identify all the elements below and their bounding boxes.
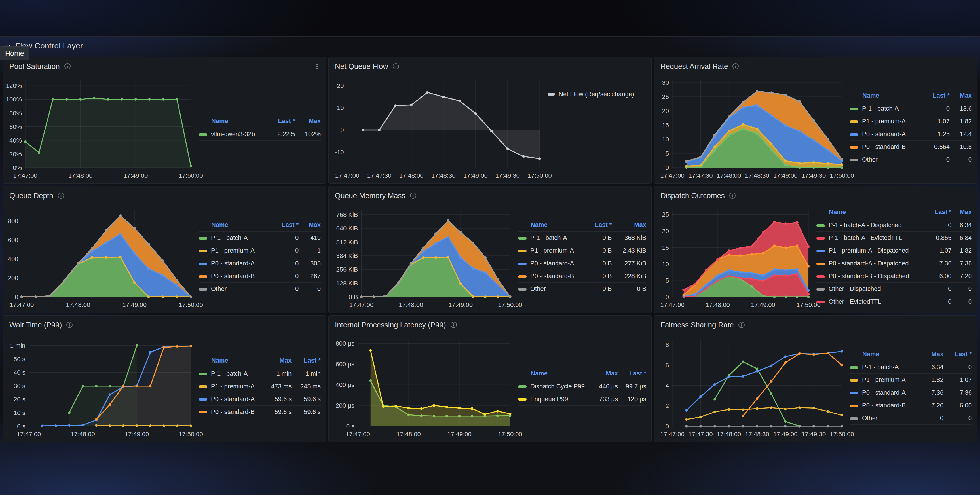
legend-col-max[interactable]: Max	[921, 349, 943, 361]
chart-queue-memory-mass[interactable]: 0 B128 KiB256 KiB384 KiB512 KiB640 KiB76…	[330, 205, 515, 310]
info-icon[interactable]	[66, 321, 73, 329]
panel-title[interactable]: Net Queue Flow	[335, 62, 388, 71]
info-icon[interactable]	[64, 63, 71, 70]
legend-col-last[interactable]: Last *	[921, 91, 950, 102]
info-icon[interactable]	[450, 321, 457, 329]
panel-title[interactable]: Pool Saturation	[10, 62, 60, 71]
legend-row[interactable]: Other - EvictedTTL00	[816, 295, 972, 308]
legend-col-name[interactable]: Name	[199, 116, 267, 128]
legend-col-name[interactable]: Name	[518, 369, 592, 380]
chart-queue-depth[interactable]: 020040060080017:47:0017:48:0017:49:0017:…	[5, 205, 196, 310]
legend-row[interactable]: P1 - premium-A1.821.07	[850, 374, 972, 387]
legend-col-name[interactable]: Name	[850, 91, 921, 102]
series-color-chip	[199, 385, 207, 388]
panel-title[interactable]: Queue Memory Mass	[335, 191, 406, 200]
panel-queue-depth: Queue Depth 020040060080017:47:0017:48:0…	[3, 186, 326, 313]
chart-dispatch-outcomes[interactable]: 051015202517:47:0017:48:0017:49:0017:50:…	[656, 205, 813, 310]
legend-row[interactable]: P0 - standard-A59.6 s59.6 s	[199, 393, 321, 406]
series-name: P0 - standard-B	[862, 143, 906, 150]
legend-row[interactable]: Other00	[850, 412, 972, 425]
legend-item[interactable]: Net Flow (Req/sec change)	[547, 91, 634, 98]
legend-row[interactable]: P-1 - batch-A - EvictedTTL0.8556.84	[816, 232, 972, 244]
legend-row[interactable]: P1 - premium-A01	[199, 244, 321, 257]
info-icon[interactable]	[57, 192, 65, 199]
panel-title[interactable]: Queue Depth	[10, 191, 53, 200]
chart-fairness-sharing-rate[interactable]: 0246817:47:0017:47:3017:48:0017:48:3017:…	[656, 334, 846, 440]
chart-request-arrival-rate[interactable]: 05101520253017:47:0017:47:3017:48:0017:4…	[656, 76, 846, 181]
info-icon[interactable]	[392, 63, 399, 70]
legend-col-max[interactable]: Max	[262, 356, 292, 368]
legend-row[interactable]: P0 - standard-B - Dispatched6.007.20	[816, 270, 972, 283]
panel-title[interactable]: Wait Time (P99)	[10, 321, 62, 329]
legend-row[interactable]: P-1 - batch-A0419	[199, 232, 321, 244]
legend-row[interactable]: P-1 - batch-A1 min1 min	[199, 367, 321, 380]
legend-col-name[interactable]: Name	[199, 356, 262, 368]
svg-text:128 KiB: 128 KiB	[336, 280, 358, 287]
chart-net-queue-flow[interactable]: -100102017:47:0017:47:3017:48:0017:48:30…	[330, 76, 544, 181]
legend-net-queue-flow: Net Flow (Req/sec change)	[544, 76, 648, 181]
legend-row[interactable]: P-1 - batch-A6.340	[850, 361, 972, 374]
series-color-chip	[850, 404, 858, 407]
legend-row[interactable]: Dispatch Cycle P99440 µs99.7 µs	[518, 380, 646, 393]
legend-row[interactable]: P0 - standard-A0305	[199, 257, 321, 270]
info-icon[interactable]	[729, 192, 736, 199]
legend-row[interactable]: P-1 - batch-A0 B368 KiB	[518, 232, 646, 244]
series-value: 1.07	[921, 115, 950, 128]
legend-row[interactable]: P-1 - batch-A - Dispatched06.34	[816, 219, 972, 232]
chart-pool-saturation[interactable]: 0%20%40%60%80%100%120%17:47:0017:48:0017…	[5, 76, 196, 181]
legend-row[interactable]: P0 - standard-B0 B228 KiB	[518, 270, 646, 283]
panel-title[interactable]: Fairness Sharing Rate	[660, 321, 734, 329]
legend-row[interactable]: P1 - premium-A0 B2.43 KiB	[518, 244, 646, 257]
series-color-chip	[199, 133, 207, 136]
legend-col-last[interactable]: Last *	[926, 207, 951, 219]
legend-col-name[interactable]: Name	[518, 220, 585, 232]
legend-row[interactable]: P0 - standard-A0 B277 KiB	[518, 257, 646, 270]
legend-col-max[interactable]: Max	[295, 116, 321, 128]
legend-col-last[interactable]: Last *	[585, 220, 612, 232]
legend-row[interactable]: P0 - standard-B0267	[199, 270, 321, 283]
legend-col-last[interactable]: Last *	[270, 220, 299, 232]
legend-col-max[interactable]: Max	[950, 91, 972, 102]
legend-col-max[interactable]: Max	[592, 369, 618, 380]
legend-col-max[interactable]: Max	[299, 220, 321, 232]
legend-col-last[interactable]: Last *	[618, 369, 646, 380]
legend-row[interactable]: vllm-qwen3-32b2.22%102%	[199, 128, 321, 141]
legend-row[interactable]: P1 - premium-A - Dispatched1.071.82	[816, 244, 972, 257]
legend-col-max[interactable]: Max	[612, 220, 646, 232]
legend-row[interactable]: P0 - standard-B7.206.00	[850, 399, 972, 412]
legend-row[interactable]: P0 - standard-A - Dispatched7.367.36	[816, 257, 972, 270]
legend-row[interactable]: Other0 B0 B	[518, 283, 646, 295]
panel-title[interactable]: Internal Processing Latency (P99)	[335, 321, 446, 329]
legend-row[interactable]: P-1 - batch-A013.6	[850, 102, 972, 115]
panel-menu-icon[interactable]	[313, 63, 321, 70]
info-icon[interactable]	[409, 192, 417, 199]
home-breadcrumb-tooltip[interactable]: Home	[0, 46, 29, 60]
chart-wait-time-p99[interactable]: 0 s10 s20 s30 s40 s50 s1 min17:47:0017:4…	[5, 334, 196, 440]
chart-internal-processing-latency[interactable]: 0 s200 µs400 µs600 µs800 µs17:47:0017:48…	[330, 334, 515, 440]
legend-col-last[interactable]: Last *	[943, 349, 972, 361]
series-value: 0 B	[612, 283, 646, 295]
legend-col-name[interactable]: Name	[199, 220, 270, 232]
legend-row[interactable]: Enqueue P99733 µs120 µs	[518, 393, 646, 406]
legend-row[interactable]: P0 - standard-B0.56410.8	[850, 141, 972, 153]
panel-title[interactable]: Request Arrival Rate	[660, 62, 728, 71]
legend-row[interactable]: Other00	[850, 153, 972, 166]
series-value: 1.82	[950, 115, 972, 128]
legend-row[interactable]: Other00	[199, 283, 321, 295]
legend-row[interactable]: P1 - premium-A1.071.82	[850, 115, 972, 128]
legend-row[interactable]: P1 - premium-A473 ms245 ms	[199, 380, 321, 393]
info-icon[interactable]	[732, 63, 739, 70]
info-icon[interactable]	[738, 321, 745, 329]
legend-col-last[interactable]: Last *	[291, 356, 321, 368]
legend-col-name[interactable]: Name	[850, 349, 921, 361]
panel-title[interactable]: Dispatch Outcomes	[660, 191, 725, 200]
legend-row[interactable]: P0 - standard-A7.367.36	[850, 387, 972, 399]
legend-col-last[interactable]: Last *	[267, 116, 295, 128]
legend-row[interactable]: P0 - standard-A1.2512.4	[850, 128, 972, 141]
legend-col-name[interactable]: Name	[816, 207, 926, 219]
series-value: 0	[926, 295, 951, 308]
legend-row[interactable]: Other - Dispatched00	[816, 283, 972, 295]
legend-row[interactable]: P0 - standard-B59.6 s59.6 s	[199, 406, 321, 418]
legend-dispatch-outcomes: NameLast *MaxP-1 - batch-A - Dispatched0…	[813, 205, 973, 310]
legend-col-max[interactable]: Max	[951, 207, 972, 219]
